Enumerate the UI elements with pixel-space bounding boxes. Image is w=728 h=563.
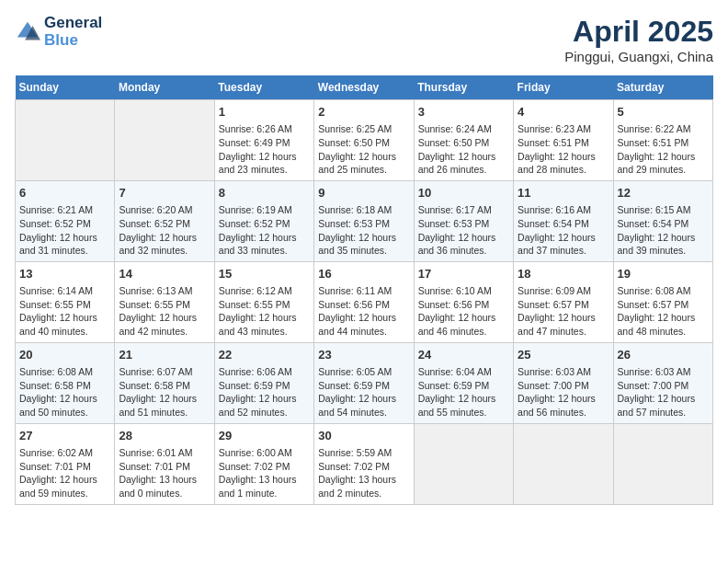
calendar-cell: 27Sunrise: 6:02 AMSunset: 7:01 PMDayligh… bbox=[16, 423, 115, 504]
sunrise-text: Sunrise: 6:19 AM bbox=[219, 203, 310, 217]
sunrise-text: Sunrise: 6:04 AM bbox=[418, 365, 509, 379]
col-header-friday: Friday bbox=[514, 75, 613, 100]
week-row-3: 13Sunrise: 6:14 AMSunset: 6:55 PMDayligh… bbox=[16, 261, 713, 342]
sunrise-text: Sunrise: 6:06 AM bbox=[219, 365, 310, 379]
day-number: 11 bbox=[518, 185, 609, 201]
sunrise-text: Sunrise: 6:03 AM bbox=[618, 365, 709, 379]
day-number: 17 bbox=[418, 266, 509, 282]
daylight-text: Daylight: 12 hours and 52 minutes. bbox=[219, 392, 310, 419]
daylight-text: Daylight: 12 hours and 29 minutes. bbox=[618, 150, 709, 177]
sunset-text: Sunset: 6:50 PM bbox=[318, 136, 409, 150]
logo-icon bbox=[15, 19, 40, 45]
col-header-monday: Monday bbox=[115, 75, 214, 100]
daylight-text: Daylight: 13 hours and 0 minutes. bbox=[119, 473, 210, 500]
daylight-text: Daylight: 12 hours and 51 minutes. bbox=[119, 392, 210, 419]
sunset-text: Sunset: 6:55 PM bbox=[119, 298, 210, 312]
sunset-text: Sunset: 6:51 PM bbox=[518, 136, 609, 150]
daylight-text: Daylight: 12 hours and 59 minutes. bbox=[19, 473, 110, 500]
sunset-text: Sunset: 6:52 PM bbox=[219, 217, 310, 231]
sunset-text: Sunset: 6:56 PM bbox=[318, 298, 409, 312]
calendar-cell: 30Sunrise: 5:59 AMSunset: 7:02 PMDayligh… bbox=[314, 423, 414, 504]
day-number: 21 bbox=[119, 347, 210, 363]
calendar-cell: 25Sunrise: 6:03 AMSunset: 7:00 PMDayligh… bbox=[514, 342, 613, 423]
main-title: April 2025 bbox=[564, 15, 713, 49]
daylight-text: Daylight: 12 hours and 35 minutes. bbox=[318, 231, 409, 258]
calendar-cell: 22Sunrise: 6:06 AMSunset: 6:59 PMDayligh… bbox=[214, 342, 313, 423]
sunrise-text: Sunrise: 6:17 AM bbox=[418, 203, 509, 217]
daylight-text: Daylight: 13 hours and 1 minute. bbox=[219, 473, 310, 500]
daylight-text: Daylight: 12 hours and 46 minutes. bbox=[418, 311, 509, 338]
calendar-cell: 16Sunrise: 6:11 AMSunset: 6:56 PMDayligh… bbox=[314, 261, 414, 342]
daylight-text: Daylight: 12 hours and 50 minutes. bbox=[19, 392, 110, 419]
sunset-text: Sunset: 6:59 PM bbox=[418, 379, 509, 393]
sunrise-text: Sunrise: 6:25 AM bbox=[318, 122, 409, 136]
sunset-text: Sunset: 6:53 PM bbox=[318, 217, 409, 231]
sunrise-text: Sunrise: 6:08 AM bbox=[618, 284, 709, 298]
calendar-cell bbox=[16, 100, 115, 181]
sunset-text: Sunset: 6:52 PM bbox=[119, 217, 210, 231]
day-number: 6 bbox=[19, 185, 110, 201]
daylight-text: Daylight: 12 hours and 39 minutes. bbox=[618, 231, 709, 258]
sunset-text: Sunset: 6:56 PM bbox=[418, 298, 509, 312]
sunset-text: Sunset: 6:57 PM bbox=[518, 298, 609, 312]
week-row-2: 6Sunrise: 6:21 AMSunset: 6:52 PMDaylight… bbox=[16, 180, 713, 261]
sunset-text: Sunset: 7:00 PM bbox=[518, 379, 609, 393]
calendar-cell bbox=[613, 423, 712, 504]
sunrise-text: Sunrise: 6:24 AM bbox=[418, 122, 509, 136]
sunset-text: Sunset: 7:02 PM bbox=[219, 460, 310, 474]
sunrise-text: Sunrise: 6:01 AM bbox=[119, 446, 210, 460]
calendar-header-row: SundayMondayTuesdayWednesdayThursdayFrid… bbox=[16, 75, 713, 100]
week-row-4: 20Sunrise: 6:08 AMSunset: 6:58 PMDayligh… bbox=[16, 342, 713, 423]
calendar-cell: 13Sunrise: 6:14 AMSunset: 6:55 PMDayligh… bbox=[16, 261, 115, 342]
sunset-text: Sunset: 7:01 PM bbox=[119, 460, 210, 474]
calendar-cell: 14Sunrise: 6:13 AMSunset: 6:55 PMDayligh… bbox=[115, 261, 214, 342]
day-number: 3 bbox=[418, 104, 509, 121]
sunset-text: Sunset: 6:58 PM bbox=[19, 379, 110, 393]
day-number: 23 bbox=[318, 347, 409, 363]
day-number: 30 bbox=[318, 428, 409, 444]
day-number: 25 bbox=[518, 347, 609, 363]
logo: General Blue bbox=[15, 15, 102, 49]
calendar-cell: 9Sunrise: 6:18 AMSunset: 6:53 PMDaylight… bbox=[314, 180, 414, 261]
calendar-cell bbox=[514, 423, 613, 504]
calendar-cell: 21Sunrise: 6:07 AMSunset: 6:58 PMDayligh… bbox=[115, 342, 214, 423]
sunrise-text: Sunrise: 6:12 AM bbox=[219, 284, 310, 298]
daylight-text: Daylight: 12 hours and 26 minutes. bbox=[418, 150, 509, 177]
sunrise-text: Sunrise: 6:16 AM bbox=[518, 203, 609, 217]
daylight-text: Daylight: 12 hours and 44 minutes. bbox=[318, 311, 409, 338]
sunrise-text: Sunrise: 6:26 AM bbox=[219, 122, 310, 136]
calendar-cell: 2Sunrise: 6:25 AMSunset: 6:50 PMDaylight… bbox=[314, 100, 414, 181]
daylight-text: Daylight: 12 hours and 31 minutes. bbox=[19, 231, 110, 258]
calendar-cell: 26Sunrise: 6:03 AMSunset: 7:00 PMDayligh… bbox=[613, 342, 712, 423]
day-number: 5 bbox=[618, 104, 709, 121]
col-header-sunday: Sunday bbox=[16, 75, 115, 100]
daylight-text: Daylight: 12 hours and 43 minutes. bbox=[219, 311, 310, 338]
sunset-text: Sunset: 6:50 PM bbox=[418, 136, 509, 150]
calendar-cell bbox=[115, 100, 214, 181]
daylight-text: Daylight: 12 hours and 32 minutes. bbox=[119, 231, 210, 258]
sunset-text: Sunset: 6:54 PM bbox=[618, 217, 709, 231]
day-number: 7 bbox=[119, 185, 210, 201]
sunrise-text: Sunrise: 6:05 AM bbox=[318, 365, 409, 379]
sunrise-text: Sunrise: 6:02 AM bbox=[19, 446, 110, 460]
header: General Blue April 2025 Pinggui, Guangxi… bbox=[15, 15, 713, 64]
sunrise-text: Sunrise: 6:10 AM bbox=[418, 284, 509, 298]
sunrise-text: Sunrise: 6:08 AM bbox=[19, 365, 110, 379]
daylight-text: Daylight: 12 hours and 55 minutes. bbox=[418, 392, 509, 419]
calendar-cell: 10Sunrise: 6:17 AMSunset: 6:53 PMDayligh… bbox=[414, 180, 513, 261]
daylight-text: Daylight: 12 hours and 25 minutes. bbox=[318, 150, 409, 177]
calendar-cell: 29Sunrise: 6:00 AMSunset: 7:02 PMDayligh… bbox=[214, 423, 313, 504]
day-number: 2 bbox=[318, 104, 409, 121]
calendar-table: SundayMondayTuesdayWednesdayThursdayFrid… bbox=[15, 75, 713, 505]
calendar-cell: 11Sunrise: 6:16 AMSunset: 6:54 PMDayligh… bbox=[514, 180, 613, 261]
col-header-tuesday: Tuesday bbox=[214, 75, 313, 100]
sunset-text: Sunset: 7:01 PM bbox=[19, 460, 110, 474]
sunset-text: Sunset: 6:58 PM bbox=[119, 379, 210, 393]
daylight-text: Daylight: 12 hours and 56 minutes. bbox=[518, 392, 609, 419]
logo-line1: General bbox=[44, 15, 102, 32]
sunset-text: Sunset: 6:52 PM bbox=[19, 217, 110, 231]
calendar-cell: 17Sunrise: 6:10 AMSunset: 6:56 PMDayligh… bbox=[414, 261, 513, 342]
daylight-text: Daylight: 12 hours and 47 minutes. bbox=[518, 311, 609, 338]
sunrise-text: Sunrise: 6:11 AM bbox=[318, 284, 409, 298]
day-number: 8 bbox=[219, 185, 310, 201]
